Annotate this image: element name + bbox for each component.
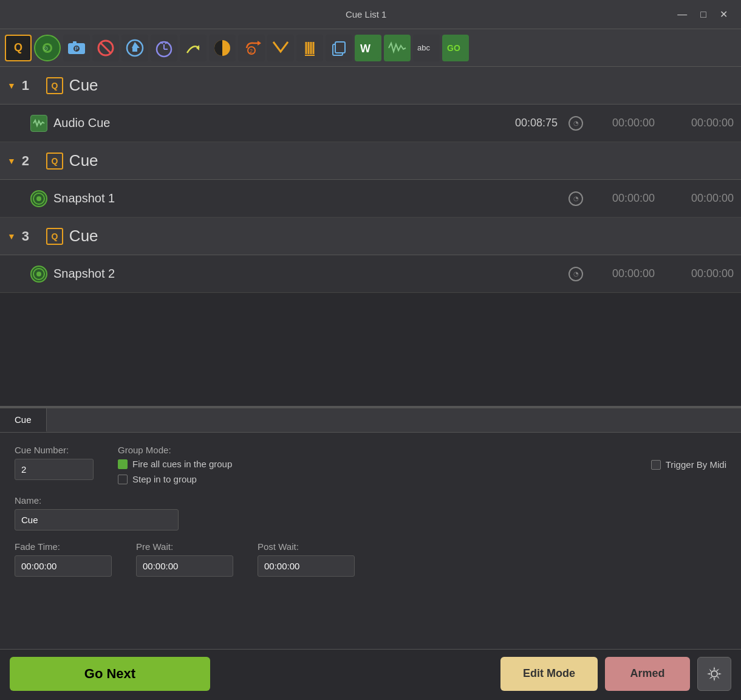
- svg-point-38: [36, 272, 41, 276]
- bars-icon[interactable]: [296, 35, 323, 61]
- trigger-midi-group: Trigger By Midi: [651, 445, 726, 484]
- maximize-button[interactable]: □: [697, 7, 710, 21]
- record-icon[interactable]: ⊙: [34, 35, 61, 61]
- go-icon[interactable]: GO: [442, 35, 469, 61]
- curve-icon[interactable]: [180, 35, 207, 61]
- svg-line-8: [100, 43, 111, 53]
- fire-all-row[interactable]: Fire all cues in the group: [118, 459, 232, 469]
- svg-rect-28: [335, 42, 345, 53]
- snapshot2-post-wait: 00:00:00: [673, 267, 734, 280]
- snapshot2-icon: [30, 266, 47, 283]
- v-icon[interactable]: [267, 35, 294, 61]
- name-input[interactable]: [15, 509, 179, 530]
- fade-time-group: Fade Time:: [15, 541, 112, 577]
- audio-pre-wait: 00:00:00: [594, 117, 655, 129]
- audio-icon[interactable]: [384, 35, 411, 61]
- cue-number-group: Cue Number:: [15, 445, 94, 484]
- post-wait-group: Post Wait:: [258, 541, 355, 577]
- snapshot2-name: Snapshot 2: [53, 267, 562, 281]
- audio-clock-icon: ◔: [569, 116, 583, 131]
- child-row-snapshot2[interactable]: Snapshot 2 ◔ 00:00:00 00:00:00: [0, 255, 741, 293]
- group-number-2: 2: [22, 153, 40, 169]
- name-label: Name:: [15, 495, 179, 506]
- redo-icon[interactable]: 2: [238, 35, 265, 61]
- tab-bar: Cue: [0, 408, 741, 433]
- collapse-triangle-1[interactable]: ▼: [7, 81, 16, 91]
- fire-all-checkbox[interactable]: [118, 459, 128, 469]
- svg-text:⊙: ⊙: [43, 45, 48, 52]
- svg-text:2: 2: [250, 48, 253, 54]
- step-in-checkbox[interactable]: [118, 475, 128, 484]
- trigger-midi-label: Trigger By Midi: [666, 459, 726, 470]
- fade-time-input[interactable]: [15, 555, 112, 577]
- step-in-row[interactable]: Step in to group: [118, 474, 232, 484]
- cue-number-input[interactable]: [15, 459, 94, 480]
- pre-wait-group: Pre Wait:: [136, 541, 233, 577]
- gear-button[interactable]: [697, 657, 731, 691]
- window-controls: — □ ✕: [674, 7, 731, 21]
- svg-rect-5: [73, 41, 77, 44]
- minimize-button[interactable]: —: [674, 7, 691, 21]
- audio-duration: 00:08:75: [515, 117, 558, 129]
- name-group: Name:: [15, 495, 179, 530]
- form-row-2: Name:: [15, 495, 726, 530]
- snapshot2-pre-wait: 00:00:00: [594, 267, 655, 280]
- audio-post-wait: 00:00:00: [673, 117, 734, 129]
- pre-wait-label: Pre Wait:: [136, 541, 233, 552]
- tab-cue[interactable]: Cue: [0, 408, 47, 432]
- window-title: Cue List 1: [58, 9, 674, 19]
- snapshot1-clock-icon: ◔: [569, 191, 583, 206]
- q-icon[interactable]: Q: [5, 35, 32, 61]
- post-wait-label: Post Wait:: [258, 541, 355, 552]
- step-in-label: Step in to group: [132, 474, 197, 484]
- group-mode-group: Group Mode: Fire all cues in the group S…: [118, 445, 232, 484]
- title-bar: Cue List 1 — □ ✕: [0, 0, 741, 29]
- group-q-icon-1: Q: [46, 77, 63, 94]
- post-wait-input[interactable]: [258, 555, 355, 577]
- trigger-midi-checkbox[interactable]: [651, 460, 661, 470]
- svg-text:abc: abc: [417, 43, 430, 52]
- group-q-icon-2: Q: [46, 153, 63, 170]
- snapshot1-pre-wait: 00:00:00: [594, 192, 655, 205]
- svg-point-39: [711, 671, 717, 677]
- svg-point-36: [36, 196, 41, 201]
- abc-icon[interactable]: abc: [413, 35, 440, 61]
- camera-icon[interactable]: P: [63, 35, 90, 61]
- group-number-3: 3: [22, 228, 40, 244]
- group-name-2: Cue: [69, 151, 98, 170]
- group-row-3[interactable]: ▼ 3 Q Cue: [0, 218, 741, 255]
- panel-content: Cue Number: Group Mode: Fire all cues in…: [0, 433, 741, 649]
- group-name-1: Cue: [69, 76, 98, 95]
- pre-wait-input[interactable]: [136, 555, 233, 577]
- cue-number-label: Cue Number:: [15, 445, 94, 455]
- child-row-audio[interactable]: Audio Cue 00:08:75 ◔ 00:00:00 00:00:00: [0, 105, 741, 142]
- no-icon[interactable]: [92, 35, 119, 61]
- group-row-2[interactable]: ▼ 2 Q Cue: [0, 142, 741, 180]
- bottom-panel: Cue Cue Number: Group Mode: Fire all cue…: [0, 407, 741, 698]
- child-row-snapshot1[interactable]: Snapshot 1 ◔ 00:00:00 00:00:00: [0, 180, 741, 218]
- collapse-triangle-3[interactable]: ▼: [7, 232, 16, 241]
- close-button[interactable]: ✕: [716, 7, 731, 21]
- form-row-3: Fade Time: Pre Wait: Post Wait:: [15, 541, 726, 577]
- svg-rect-11: [132, 48, 137, 52]
- upload-icon[interactable]: [121, 35, 148, 61]
- w-icon[interactable]: W: [355, 35, 381, 61]
- go-next-button[interactable]: Go Next: [10, 657, 210, 691]
- svg-marker-10: [132, 42, 140, 48]
- speed-icon[interactable]: [151, 35, 177, 61]
- snapshot1-name: Snapshot 1: [53, 191, 562, 205]
- armed-button[interactable]: Armed: [605, 657, 690, 691]
- audio-cue-name: Audio Cue: [53, 116, 509, 130]
- group-name-3: Cue: [69, 227, 98, 245]
- copy-icon[interactable]: [326, 35, 352, 61]
- group-number-1: 1: [22, 78, 40, 94]
- group-row-1[interactable]: ▼ 1 Q Cue: [0, 67, 741, 105]
- snapshot2-clock-icon: ◔: [569, 267, 583, 281]
- toolbar: Q ⊙ P 2: [0, 29, 741, 67]
- fire-all-label: Fire all cues in the group: [132, 459, 232, 469]
- svg-marker-17: [196, 45, 199, 50]
- collapse-triangle-2[interactable]: ▼: [7, 156, 16, 166]
- fade-icon[interactable]: [209, 35, 236, 61]
- edit-mode-button[interactable]: Edit Mode: [500, 657, 598, 691]
- group-mode-label: Group Mode:: [118, 445, 232, 455]
